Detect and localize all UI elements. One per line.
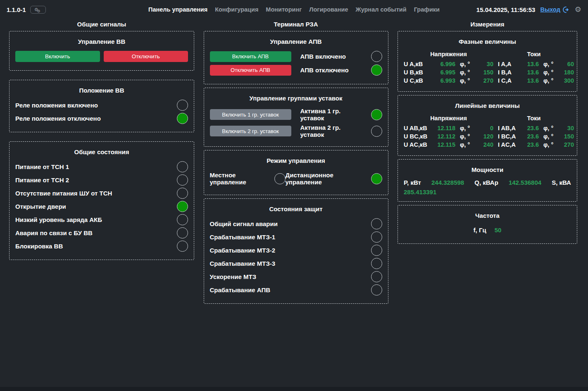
voltage-phi-value: 0: [474, 125, 493, 131]
indicator-lamp: [177, 201, 188, 212]
panel-apv-control: Управление АПВ Включить АПВ АПВ включено…: [204, 31, 388, 84]
bottom-strip: [0, 387, 588, 391]
signal-row: Открытие двери: [15, 201, 188, 212]
signal-label: Активна 1 гр. уставок: [300, 107, 362, 122]
control-row: Отключить АПВ АПВ отключено: [210, 64, 382, 76]
voltage-value: 6.996: [429, 61, 455, 67]
current-label: I AC,A: [494, 141, 517, 148]
nav-charts[interactable]: Графики: [414, 6, 440, 13]
signal-label: АПВ включено: [300, 53, 362, 60]
panel-title-setting-groups: Управление группами уставок: [210, 95, 382, 102]
power-row: P, кВт 244.328598 Q, кВАр 142.536804 S, …: [404, 179, 571, 186]
phi-label: φ, °: [456, 125, 473, 131]
current-header: Токи: [494, 115, 574, 123]
signal-row: Срабатывание МТЗ-1: [210, 231, 382, 243]
panel-title-vv-position: Положение ВВ: [15, 87, 188, 94]
current-phi-value: 60: [557, 61, 574, 67]
panel-frequency: Частота f, Гц 50: [398, 205, 577, 244]
group1-on-button[interactable]: Включить 1 гр. уставок: [210, 109, 291, 120]
current-label: I AB,A: [494, 125, 517, 131]
indicator-lamp: [177, 188, 188, 199]
panel-power: Мощности P, кВт 244.328598 Q, кВАр 142.5…: [398, 159, 577, 202]
signal-label: Срабатывание МТЗ-2: [210, 247, 276, 254]
apv-off-button[interactable]: Отключить АПВ: [210, 65, 291, 76]
services-button[interactable]: ⚙⚙: [30, 6, 46, 14]
phi-label: φ, °: [456, 141, 473, 148]
vv-control-buttons: Включить Отключить: [15, 51, 188, 62]
indicator-lamp: [371, 126, 382, 137]
linear-values-table: Напряжения Токи U AB,кВ 12.118 φ, ° 0 I …: [404, 115, 571, 148]
remote-mode-group: Дистанционное управление: [286, 172, 382, 186]
indicator-lamp: [371, 245, 382, 256]
panel-title-control-mode: Режим управления: [210, 157, 382, 164]
signal-row: Блокировка ВВ: [15, 241, 188, 252]
logout-icon: [563, 6, 570, 13]
frequency-value: 50: [495, 226, 502, 234]
control-row: Включить АПВ АПВ включено: [210, 51, 382, 62]
indicator-lamp: [371, 173, 382, 184]
vv-on-button[interactable]: Включить: [15, 51, 100, 62]
settings-gear-icon[interactable]: ⚙: [575, 6, 581, 13]
signal-row: Срабатывание МТЗ-2: [210, 245, 382, 256]
frequency-row: f, Гц 50: [404, 225, 571, 238]
group2-on-button[interactable]: Включить 2 гр. уставок: [210, 126, 291, 136]
topbar-left: 1.1.0-1 ⚙⚙: [7, 6, 46, 14]
panel-protection-states: Состояния защит Общий сигнал аварии Сраб…: [204, 198, 388, 304]
voltage-label: U C,кВ: [404, 77, 429, 84]
phi-label: φ, °: [456, 77, 473, 84]
nav-logging[interactable]: Логирование: [309, 6, 348, 13]
panel-linear-values: Линейные величины Напряжения Токи U AB,к…: [398, 95, 577, 156]
panel-title-protection-states: Состояния защит: [210, 205, 382, 212]
current-value: 13.6: [517, 61, 539, 67]
signal-row: Низкий уровень заряда АКБ: [15, 214, 188, 225]
voltage-label: U AC,кВ: [404, 141, 429, 148]
indicator-lamp: [371, 258, 382, 269]
active-power-value: 244.328598: [431, 179, 464, 186]
logout-link[interactable]: Выход: [540, 6, 569, 13]
indicator-lamp: [177, 241, 188, 252]
voltage-phi-value: 30: [474, 61, 493, 67]
voltage-label: U BC,кВ: [404, 133, 429, 140]
current-label: I B,A: [494, 69, 517, 76]
dashboard: Общие сигналы Управление ВВ Включить Отк…: [0, 19, 588, 307]
apv-on-button[interactable]: Включить АПВ: [210, 51, 291, 62]
nav-event-journal[interactable]: Журнал событий: [356, 6, 407, 13]
gears-icon: ⚙⚙: [34, 7, 42, 12]
signal-label: Открытие двери: [15, 203, 66, 210]
indicator-lamp: [371, 64, 382, 76]
reactive-power-label: Q, кВАр: [474, 179, 498, 186]
datetime: 15.04.2025, 11:56:53: [476, 6, 536, 13]
vv-off-button[interactable]: Отключить: [104, 51, 188, 62]
topbar: 1.1.0-1 ⚙⚙ Панель управления Конфигураци…: [0, 0, 588, 19]
signal-label: Срабатывание МТЗ-1: [210, 234, 276, 241]
current-value: 13.6: [517, 69, 539, 76]
apparent-power-label: S, кВА: [552, 179, 571, 186]
signal-row: Питание от ТСН 1: [15, 161, 188, 172]
column-title-general-signals: Общие сигналы: [9, 21, 194, 28]
panel-title-frequency: Частота: [404, 212, 571, 219]
nav-control-panel[interactable]: Панель управления: [148, 6, 207, 13]
panel-title-vv-control: Управление ВВ: [15, 38, 188, 45]
phi-label: φ, °: [539, 141, 557, 148]
current-phi-value: 300: [557, 77, 574, 84]
signal-label: Блокировка ВВ: [15, 243, 63, 250]
current-phi-value: 270: [557, 141, 574, 148]
signal-label: Ускорение МТЗ: [210, 273, 257, 280]
signal-label: Срабатывание АПВ: [210, 286, 271, 293]
indicator-lamp: [371, 271, 382, 282]
nav-monitoring[interactable]: Мониторинг: [266, 6, 302, 13]
signal-label: Срабатывание МТЗ-3: [210, 260, 276, 267]
signal-label: АПВ отключено: [300, 67, 362, 74]
signal-row: Реле положения отключено: [15, 113, 188, 124]
nav-configuration[interactable]: Конфигурация: [215, 6, 258, 13]
indicator-lamp: [371, 218, 382, 229]
signal-row: Реле положения включено: [15, 100, 188, 111]
signal-label: Низкий уровень заряда АКБ: [15, 216, 102, 223]
indicator-lamp: [371, 231, 382, 243]
current-value: 23.6: [517, 125, 539, 131]
signal-label: Реле положения включено: [15, 102, 98, 109]
phi-label: φ, °: [456, 61, 473, 67]
voltage-header: Напряжения: [404, 115, 493, 123]
current-phi-value: 30: [557, 125, 574, 131]
voltage-value: 12.118: [429, 125, 455, 131]
